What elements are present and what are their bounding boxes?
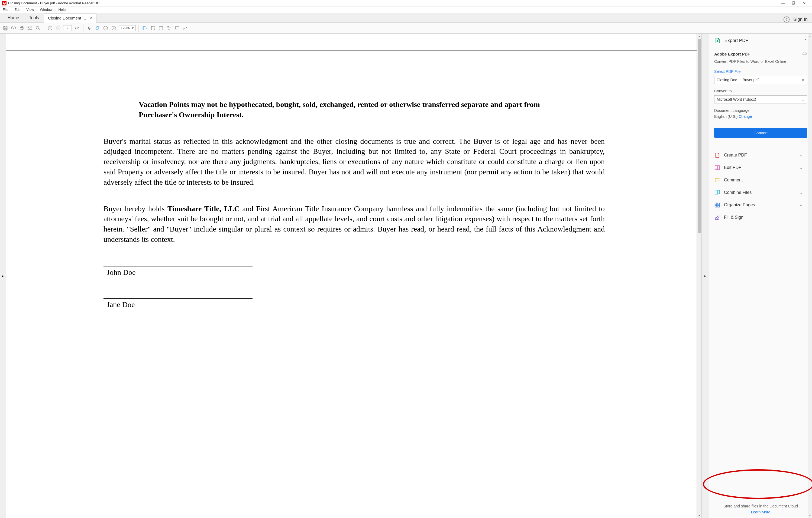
doc-language-value: English (U.S.)	[714, 114, 738, 119]
signature-line-1	[104, 266, 253, 267]
comment-icon[interactable]	[174, 25, 180, 31]
menu-file[interactable]: File	[2, 7, 9, 12]
page-down-icon[interactable]	[55, 25, 61, 31]
hand-tool-icon[interactable]	[94, 25, 101, 31]
tools-scrollbar[interactable]: ▴ ▾	[808, 34, 812, 518]
tool-comment-label: Comment	[724, 178, 803, 183]
chevron-right-icon: ▸	[2, 274, 4, 278]
tool-create-label: Create PDF	[724, 153, 795, 158]
chevron-down-icon: ⌄	[799, 190, 803, 195]
export-pdf-header[interactable]: Export PDF ⌃	[709, 34, 812, 48]
select-pdf-link[interactable]: Select PDF File	[714, 69, 807, 74]
maximize-button[interactable]	[788, 1, 799, 5]
export-header-label: Export PDF	[724, 38, 800, 43]
tool-organize-pages[interactable]: Organize Pages ⌄	[709, 199, 808, 211]
svg-point-11	[48, 26, 52, 30]
sign-in-link[interactable]: Sign In	[793, 17, 808, 22]
cloud-upload-icon[interactable]	[10, 25, 17, 31]
change-language-link[interactable]: Change	[738, 114, 752, 119]
fit-width-icon[interactable]	[141, 25, 148, 31]
export-title: Adobe Export PDF	[714, 52, 750, 56]
page-up-icon[interactable]	[47, 25, 53, 31]
tab-tools[interactable]: Tools	[24, 13, 44, 23]
menu-view[interactable]: View	[25, 7, 35, 12]
page-number-input[interactable]	[63, 25, 72, 31]
tool-edit-pdf[interactable]: Edit PDF ⌄	[709, 161, 808, 174]
menu-bar: File Edit View Window Help	[0, 6, 812, 13]
email-icon[interactable]	[27, 25, 33, 31]
svg-rect-24	[718, 203, 719, 205]
scroll-down-icon[interactable]: ▾	[809, 513, 811, 518]
doc-language-label: Document Language:	[714, 108, 807, 113]
svg-point-10	[36, 26, 39, 29]
export-subtitle: Convert PDF Files to Word or Excel Onlin…	[714, 59, 807, 64]
tool-organize-label: Organize Pages	[724, 203, 795, 207]
title-bar: Closing Document - Buyer.pdf - Adobe Acr…	[0, 0, 812, 6]
zoom-out-icon[interactable]	[103, 25, 109, 31]
convert-to-select[interactable]: Microsoft Word (*.docx) ⌄	[714, 95, 807, 103]
convert-to-value: Microsoft Word (*.docx)	[717, 97, 756, 101]
remove-file-button[interactable]: ✕	[802, 78, 805, 82]
scroll-up-icon[interactable]: ▴	[809, 34, 811, 39]
signature-line-2	[104, 298, 253, 299]
chevron-down-icon: ⌄	[799, 202, 803, 207]
tab-bar: Home Tools Closing Document … ✕ ? Sign I…	[0, 13, 812, 23]
selected-file-name: Closing Doc...- Buyer.pdf	[717, 78, 759, 82]
help-icon[interactable]: ?	[784, 17, 789, 23]
tool-fill-sign[interactable]: Fill & Sign	[709, 211, 808, 224]
right-pane-toggle[interactable]: ▸	[701, 34, 709, 518]
menu-edit[interactable]: Edit	[13, 7, 21, 12]
learn-more-link[interactable]: Learn More	[751, 510, 771, 514]
left-pane-toggle[interactable]: ▸	[0, 34, 6, 518]
convert-button[interactable]: Convert	[714, 128, 807, 138]
document-scrollbar[interactable]: ▴ ▾	[697, 34, 701, 518]
sign-icon[interactable]	[182, 25, 188, 31]
tool-edit-label: Edit PDF	[724, 165, 795, 170]
toolbar: / 2 129% ▾	[0, 23, 812, 34]
print-icon[interactable]	[19, 25, 25, 31]
svg-rect-6	[20, 27, 23, 29]
tool-comment[interactable]: Comment	[709, 174, 808, 186]
selection-tool-icon[interactable]	[86, 25, 93, 31]
document-viewport[interactable]: Vacation Points may not be hypothecated,…	[6, 34, 701, 518]
svg-rect-26	[718, 205, 719, 207]
chevron-right-icon: ▸	[704, 274, 706, 278]
tool-combine-label: Combine Files	[724, 190, 795, 195]
svg-rect-18	[715, 165, 717, 167]
fit-page-icon[interactable]	[150, 25, 156, 31]
svg-rect-15	[143, 26, 146, 30]
scroll-down-icon[interactable]: ▾	[698, 513, 700, 518]
svg-rect-5	[4, 28, 6, 30]
scroll-thumb[interactable]	[698, 39, 701, 233]
chevron-down-icon: ⌄	[799, 152, 803, 158]
search-icon[interactable]	[35, 25, 41, 31]
page-total-label: / 2	[74, 26, 81, 30]
doc-paragraph-1: Buyer's marital status as reflected in t…	[104, 136, 605, 187]
app-icon	[2, 1, 6, 5]
tab-active-document[interactable]: Closing Document … ✕	[44, 13, 96, 23]
close-window-button[interactable]: ✕	[799, 1, 810, 5]
zoom-select[interactable]: 129% ▾	[119, 25, 136, 31]
tool-create-pdf[interactable]: Create PDF ⌄	[709, 149, 808, 161]
fullscreen-icon[interactable]	[158, 25, 164, 31]
zoom-in-icon[interactable]	[111, 25, 117, 31]
tab-close-button[interactable]: ✕	[89, 16, 92, 20]
save-icon[interactable]	[2, 25, 9, 31]
window-title: Closing Document - Buyer.pdf - Adobe Acr…	[8, 1, 99, 5]
menu-help[interactable]: Help	[57, 7, 67, 12]
main-area: ▸ Vacation Points may not be hypothecate…	[0, 34, 812, 518]
scroll-up-icon[interactable]: ▴	[698, 34, 700, 39]
footer-text: Store and share files in the Document Cl…	[714, 504, 807, 508]
tab-home[interactable]: Home	[3, 13, 24, 23]
svg-rect-16	[151, 26, 154, 30]
menu-window[interactable]: Window	[39, 7, 53, 12]
document-page: Vacation Points may not be hypothecated,…	[6, 34, 697, 518]
svg-point-12	[56, 26, 60, 30]
minimize-button[interactable]: —	[777, 1, 788, 5]
tool-combine-files[interactable]: Combine Files ⌄	[709, 186, 808, 199]
selected-file-box: Closing Doc...- Buyer.pdf ✕	[714, 76, 807, 84]
export-body: Adobe Export PDF Convert PDF Files to Wo…	[709, 48, 812, 144]
signature-name-2: Jane Doe	[107, 300, 605, 309]
read-aloud-icon[interactable]	[166, 25, 172, 31]
svg-rect-2	[793, 1, 795, 4]
